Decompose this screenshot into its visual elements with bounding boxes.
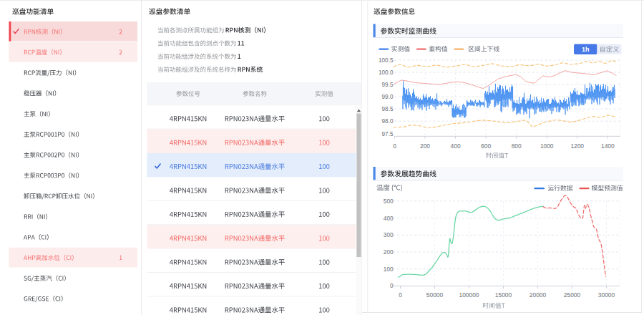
svg-text:1400: 1400 (601, 142, 615, 150)
svg-text:300: 300 (384, 232, 394, 238)
svg-text:0: 0 (390, 283, 394, 289)
svg-text:99.5: 99.5 (382, 82, 394, 88)
svg-text:400: 400 (451, 142, 461, 150)
svg-text:200: 200 (420, 142, 430, 150)
svg-text:25000: 25000 (564, 291, 581, 299)
svg-text:98.5: 98.5 (382, 106, 394, 112)
svg-text:97.5: 97.5 (382, 131, 394, 137)
svg-text:20000: 20000 (530, 291, 547, 299)
svg-text:98.0: 98.0 (382, 118, 394, 125)
svg-text:100: 100 (384, 266, 394, 273)
svg-text:100.0: 100.0 (379, 69, 394, 76)
svg-text:1000: 1000 (540, 142, 554, 150)
svg-text:50000: 50000 (426, 291, 444, 299)
svg-text:30000: 30000 (598, 291, 615, 299)
svg-text:100000: 100000 (459, 291, 479, 299)
svg-text:0: 0 (399, 291, 402, 299)
svg-text:400: 400 (384, 215, 394, 222)
svg-text:800: 800 (512, 142, 522, 150)
svg-text:500: 500 (384, 198, 394, 205)
svg-text:600: 600 (481, 142, 491, 150)
svg-text:99.0: 99.0 (382, 94, 394, 100)
svg-text:15000: 15000 (495, 291, 512, 299)
svg-text:0: 0 (393, 142, 396, 150)
svg-text:1h: 1h (582, 46, 590, 53)
svg-text:1200: 1200 (570, 142, 584, 150)
svg-text:100.5: 100.5 (379, 57, 394, 64)
svg-text:200: 200 (384, 249, 394, 256)
